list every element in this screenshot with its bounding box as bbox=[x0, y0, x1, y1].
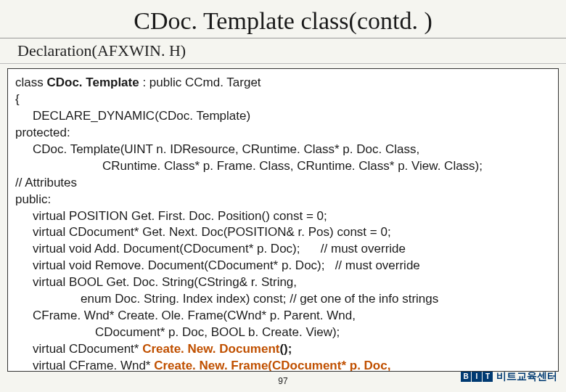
code-line: CDoc. Template(UINT n. IDResource, CRunt… bbox=[15, 142, 551, 158]
code-line: class CDoc. Template : public CCmd. Targ… bbox=[15, 75, 551, 91]
footer-text: 비트교육센터 bbox=[496, 370, 557, 383]
code-text: : public CCmd. Target bbox=[139, 75, 261, 89]
logo-letter: I bbox=[472, 372, 482, 382]
code-line: virtual void Add. Document(CDocument* p.… bbox=[15, 241, 551, 258]
code-class-name: CDoc. Template bbox=[46, 75, 139, 89]
code-line: virtual CDocument* Get. Next. Doc(POSITI… bbox=[15, 224, 551, 241]
code-line: DECLARE_DYNAMIC(CDoc. Template) bbox=[15, 108, 551, 125]
code-text: (); bbox=[279, 342, 292, 356]
code-line: protected: bbox=[15, 125, 551, 142]
page-number: 97 bbox=[278, 376, 287, 386]
slide-container: CDoc. Template class(contd. ) Declaratio… bbox=[0, 0, 566, 392]
code-text: class bbox=[15, 75, 46, 89]
slide-title: CDoc. Template class(contd. ) bbox=[0, 0, 566, 38]
code-line: enum Doc. String. Index index) const; //… bbox=[15, 291, 551, 308]
code-declaration-box: class CDoc. Template : public CCmd. Targ… bbox=[7, 68, 559, 372]
code-line: CRuntime. Class* p. Frame. Class, CRunti… bbox=[15, 158, 551, 175]
code-text: virtual CDocument* bbox=[33, 342, 142, 356]
code-line: virtual POSITION Get. First. Doc. Positi… bbox=[15, 208, 551, 225]
code-line: CFrame. Wnd* Create. Ole. Frame(CWnd* p.… bbox=[15, 308, 551, 324]
code-line: // Attributes bbox=[15, 175, 551, 192]
code-line: virtual CDocument* Create. New. Document… bbox=[15, 341, 551, 358]
code-line: { bbox=[15, 91, 551, 108]
logo-icon: B I T bbox=[461, 372, 493, 382]
code-line: CDocument* p. Doc, BOOL b. Create. View)… bbox=[15, 324, 551, 341]
code-text: virtual CFrame. Wnd* bbox=[33, 359, 154, 372]
slide-subtitle: Declaration(AFXWIN. H) bbox=[0, 38, 566, 64]
logo-letter: T bbox=[483, 372, 493, 382]
code-highlight: Create. New. Document bbox=[142, 342, 279, 356]
code-line: public: bbox=[15, 192, 551, 208]
logo-letter: B bbox=[461, 372, 471, 382]
code-line: virtual BOOL Get. Doc. String(CString& r… bbox=[15, 274, 551, 291]
code-line: virtual void Remove. Document(CDocument*… bbox=[15, 258, 551, 274]
code-highlight: Create. New. Frame(CDocument* p. Doc, bbox=[154, 359, 390, 372]
footer-logo: B I T 비트교육센터 bbox=[461, 370, 557, 383]
